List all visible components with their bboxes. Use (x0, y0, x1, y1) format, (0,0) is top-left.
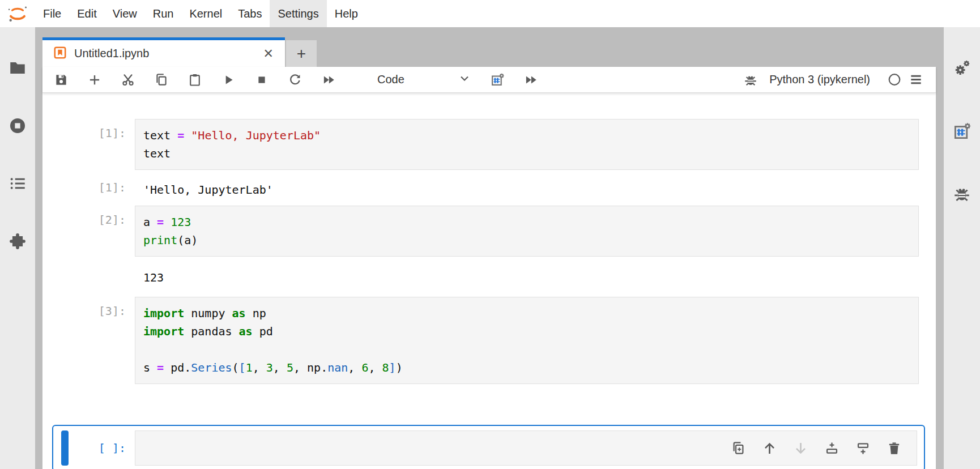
chevron-down-icon (458, 71, 471, 88)
extension-manager-icon[interactable] (6, 230, 29, 253)
duplicate-cell-button[interactable] (731, 441, 746, 456)
table-of-contents-icon[interactable] (6, 172, 29, 195)
code-editor[interactable]: import numpy as npimport pandas as pd s … (135, 297, 919, 384)
file-browser-icon[interactable] (6, 57, 29, 79)
move-cell-down-button (793, 441, 808, 456)
menu-run[interactable]: Run (145, 0, 182, 27)
cell-type-select[interactable]: Code (368, 71, 471, 88)
tab-title: Untitled1.ipynb (74, 47, 260, 60)
debugger-icon[interactable] (951, 182, 973, 205)
move-cell-up-button[interactable] (762, 441, 777, 456)
cell-toolbar (731, 431, 902, 465)
input-prompt: [1]: (42, 119, 135, 140)
code-editor[interactable]: a = 123print(a) (135, 206, 919, 257)
property-inspector-icon[interactable] (951, 57, 973, 79)
delete-cell-button[interactable] (887, 441, 902, 456)
insert-cell-button[interactable] (87, 73, 102, 87)
run-cell-button[interactable] (221, 73, 236, 87)
kernel-name[interactable]: Python 3 (ipykernel) (769, 73, 870, 86)
right-panel-divider (936, 27, 944, 469)
output-area: 123 (42, 261, 936, 287)
menu-kernel[interactable]: Kernel (181, 0, 230, 27)
notebook-toolbar: Code Python 3 (ipykernel) (42, 67, 936, 93)
input-prompt: [3]: (42, 297, 135, 318)
left-sidebar (0, 27, 35, 469)
toolbar-right-group: Python 3 (ipykernel) (736, 73, 923, 87)
close-tab-icon[interactable]: ✕ (260, 46, 277, 61)
notebook-tools-icon[interactable] (951, 120, 973, 143)
output-prompt (42, 261, 135, 268)
output-prompt: [1]: (42, 173, 135, 194)
code-editor[interactable] (135, 430, 917, 466)
code-cell: [1]:text = "Hello, JupyterLab"text (42, 119, 936, 170)
paste-cells-button[interactable] (188, 73, 202, 87)
tab-untitled1-ipynb[interactable]: Untitled1.ipynb ✕ (42, 37, 285, 67)
left-panel-divider (35, 27, 42, 469)
toolbar-menu-button[interactable] (909, 73, 923, 87)
code-cell: [3]:import numpy as npimport pandas as p… (42, 297, 936, 384)
menu-file[interactable]: File (35, 0, 69, 27)
cut-cells-button[interactable] (121, 73, 135, 87)
new-launcher-button[interactable]: + (286, 40, 317, 67)
menu-edit[interactable]: Edit (69, 0, 104, 27)
menu-tabs[interactable]: Tabs (230, 0, 270, 27)
running-sessions-icon[interactable] (6, 114, 29, 137)
save-button[interactable] (54, 73, 69, 87)
menu-settings[interactable]: Settings (270, 0, 326, 27)
notebook-file-icon (53, 45, 67, 62)
cell-collapser[interactable] (61, 430, 69, 466)
restart-kernel-button[interactable] (288, 73, 302, 87)
output-text: 'Hello, JupyterLab' (135, 173, 273, 199)
menu-view[interactable]: View (105, 0, 145, 27)
menu-help[interactable]: Help (327, 0, 366, 27)
menu-bar: FileEditViewRunKernelTabsSettingsHelp (0, 0, 980, 27)
cell-type-value: Code (368, 73, 458, 86)
tab-bar: Untitled1.ipynb ✕ + (42, 27, 936, 67)
restart-run-all-button[interactable] (321, 73, 336, 87)
right-sidebar (944, 27, 980, 469)
notebook-tools-button[interactable] (490, 73, 505, 87)
kernel-status-icon[interactable] (887, 73, 902, 87)
input-prompt: [2]: (42, 206, 135, 227)
insert-cell-below-button[interactable] (855, 441, 871, 456)
input-prompt: [ ]: (69, 441, 135, 455)
debugger-toggle-button[interactable] (743, 73, 758, 87)
run-all-cells-button[interactable] (523, 73, 538, 87)
selected-code-cell[interactable]: [ ]: (52, 425, 925, 469)
output-area: [1]:'Hello, JupyterLab' (42, 173, 936, 199)
notebook-panel: [1]:text = "Hello, JupyterLab"text[1]:'H… (42, 93, 936, 469)
code-editor[interactable]: text = "Hello, JupyterLab"text (135, 119, 919, 170)
copy-cells-button[interactable] (154, 73, 169, 87)
interrupt-kernel-button[interactable] (254, 73, 269, 87)
output-text: 123 (135, 261, 164, 287)
code-cell: [2]:a = 123print(a) (42, 206, 936, 257)
jupyter-logo (0, 0, 35, 27)
insert-cell-above-button[interactable] (824, 441, 840, 456)
